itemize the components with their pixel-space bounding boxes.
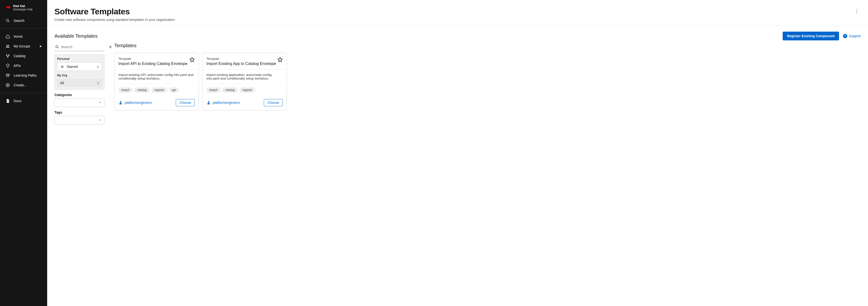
card-title: Import API to Existing Catalog Envelope bbox=[118, 62, 187, 66]
learning-icon bbox=[5, 73, 10, 78]
tag-row: importcatalogregisterapi bbox=[118, 84, 195, 93]
chevron-down-icon bbox=[98, 119, 102, 122]
owner-name: platformengineers bbox=[125, 101, 152, 104]
tag-chip[interactable]: api bbox=[169, 87, 179, 93]
toolbar: Available Templates Register Existing Co… bbox=[47, 26, 868, 43]
divider bbox=[0, 28, 47, 29]
filter-search-input[interactable] bbox=[59, 44, 108, 50]
create-icon bbox=[5, 83, 10, 88]
owner-link[interactable]: platformengineers bbox=[207, 100, 240, 105]
kebab-menu-icon[interactable]: ⋮ bbox=[853, 7, 861, 16]
starred-count: 0 bbox=[97, 65, 99, 69]
svg-point-3 bbox=[6, 45, 8, 46]
nav-apis[interactable]: APIs bbox=[0, 61, 47, 70]
svg-line-2 bbox=[8, 21, 9, 22]
page-subtitle: Create new software components using sta… bbox=[55, 18, 175, 22]
card-type: Template bbox=[207, 57, 276, 61]
tag-chip[interactable]: import bbox=[207, 87, 220, 93]
filter-group: Personal Starred 0 My Org All bbox=[55, 55, 104, 90]
chevron-right-icon: ▶ bbox=[40, 45, 42, 48]
starred-label: Starred bbox=[67, 65, 78, 69]
brand-line2: Developer Hub bbox=[13, 8, 33, 11]
star-outline-icon[interactable] bbox=[189, 57, 195, 62]
chevron-down-icon bbox=[98, 101, 102, 104]
nav-catalog[interactable]: Catalog bbox=[0, 51, 47, 61]
svg-point-0 bbox=[6, 6, 10, 8]
brand: Red Hat Developer Hub bbox=[0, 0, 47, 14]
filter-all[interactable]: All 2 bbox=[57, 79, 102, 87]
tag-row: importcatalogregister bbox=[207, 84, 283, 93]
choose-button[interactable]: Choose bbox=[264, 99, 283, 106]
tag-chip[interactable]: catalog bbox=[134, 87, 150, 93]
svg-point-13 bbox=[56, 45, 58, 48]
support-label: Support bbox=[849, 34, 861, 38]
myorg-label: My Org bbox=[57, 74, 102, 77]
card-title: Import Existing App to Catalog Envelope bbox=[207, 62, 276, 66]
nav-label: APIs bbox=[13, 64, 21, 68]
star-icon bbox=[60, 65, 64, 69]
nav-create[interactable]: Create... bbox=[0, 80, 47, 90]
owner-name: platformengineers bbox=[213, 101, 240, 104]
card-description: Import existing application, autocreate … bbox=[207, 73, 283, 80]
svg-line-14 bbox=[58, 48, 59, 49]
tags-dropdown[interactable] bbox=[55, 116, 104, 125]
svg-point-4 bbox=[8, 45, 9, 46]
categories-label: Categories bbox=[55, 93, 104, 97]
tag-chip[interactable]: register bbox=[240, 87, 255, 93]
template-card: TemplateImport API to Existing Catalog E… bbox=[114, 53, 199, 111]
search-icon bbox=[55, 45, 59, 49]
clear-icon[interactable] bbox=[108, 45, 112, 49]
nav-learning[interactable]: Learning Paths bbox=[0, 70, 47, 80]
nav-search-label: Search bbox=[13, 19, 24, 23]
svg-point-1 bbox=[6, 19, 8, 22]
tags-label: Tags bbox=[55, 111, 104, 114]
filter-search[interactable] bbox=[55, 43, 104, 51]
main: Software Templates Create new software c… bbox=[47, 0, 868, 306]
owner-link[interactable]: platformengineers bbox=[118, 100, 152, 105]
svg-point-6 bbox=[8, 55, 9, 55]
nav-label: Learning Paths bbox=[13, 73, 36, 78]
filters-panel: Personal Starred 0 My Org All bbox=[55, 43, 104, 128]
filter-starred[interactable]: Starred 0 bbox=[57, 62, 102, 71]
register-component-button[interactable]: Register Existing Component bbox=[783, 32, 839, 40]
nav-label: Docs bbox=[13, 99, 21, 103]
nav-docs[interactable]: Docs bbox=[0, 96, 47, 106]
star-outline-icon[interactable] bbox=[277, 57, 283, 62]
tag-chip[interactable]: register bbox=[152, 87, 167, 93]
page-header: Software Templates Create new software c… bbox=[47, 0, 868, 26]
sidebar: Red Hat Developer Hub Search Home bbox=[0, 0, 47, 306]
person-icon bbox=[118, 100, 123, 105]
all-count: 2 bbox=[97, 81, 99, 85]
svg-point-17 bbox=[120, 101, 121, 103]
redhat-logo-icon bbox=[5, 5, 11, 11]
templates-heading: Templates bbox=[114, 43, 861, 49]
choose-button[interactable]: Choose bbox=[176, 99, 195, 106]
nav-label: My Groups bbox=[13, 44, 30, 48]
nav-label: Home bbox=[13, 34, 23, 38]
card-description: Import existing API, autocreate config-i… bbox=[118, 73, 195, 80]
nav-search[interactable]: Search bbox=[0, 16, 47, 26]
nav-my-groups[interactable]: My Groups ▶ bbox=[0, 41, 47, 51]
tag-chip[interactable]: import bbox=[118, 87, 132, 93]
template-card: TemplateImport Existing App to Catalog E… bbox=[202, 53, 287, 111]
nav-label: Catalog bbox=[13, 54, 25, 58]
nav-home[interactable]: Home bbox=[0, 32, 47, 41]
docs-icon bbox=[5, 98, 10, 103]
categories-dropdown[interactable] bbox=[55, 98, 104, 107]
groups-icon bbox=[5, 44, 10, 49]
catalog-icon bbox=[5, 54, 10, 58]
page-title: Software Templates bbox=[55, 7, 175, 16]
all-label: All bbox=[60, 81, 64, 85]
svg-rect-11 bbox=[7, 100, 8, 100]
nav-label: Create... bbox=[13, 83, 27, 87]
available-templates-heading: Available Templates bbox=[55, 33, 97, 39]
person-icon bbox=[207, 100, 211, 105]
svg-point-18 bbox=[208, 101, 209, 103]
apis-icon bbox=[5, 63, 10, 68]
tag-chip[interactable]: catalog bbox=[222, 87, 238, 93]
templates-section: Templates TemplateImport API to Existing… bbox=[114, 43, 861, 128]
card-type: Template bbox=[118, 57, 187, 61]
help-icon: ? bbox=[843, 34, 847, 38]
support-link[interactable]: ? Support bbox=[843, 34, 861, 38]
svg-point-5 bbox=[6, 55, 7, 55]
